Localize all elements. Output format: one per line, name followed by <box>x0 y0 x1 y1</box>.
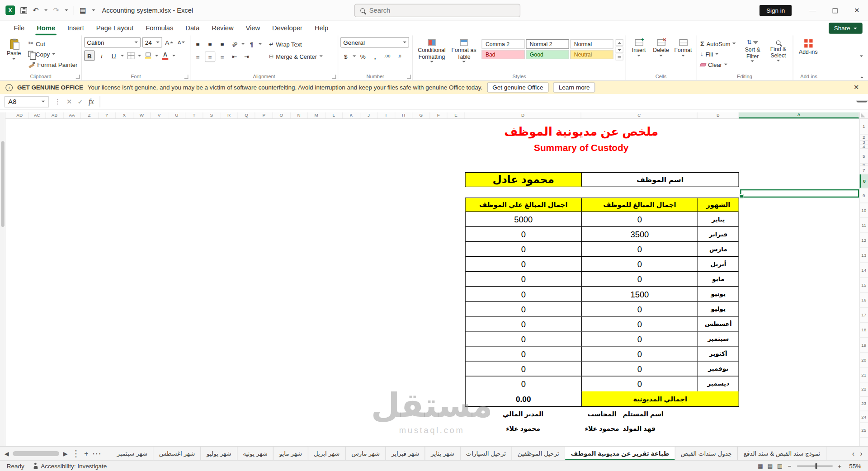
ribbon-tab[interactable]: Insert <box>61 21 90 36</box>
formula-input-area[interactable] <box>99 96 856 107</box>
sheet-tab[interactable]: شهر مايو <box>274 447 308 460</box>
column-header-d[interactable]: D <box>465 113 581 118</box>
column-header[interactable]: K <box>343 113 360 118</box>
row-header[interactable]: 24 <box>860 411 868 423</box>
month-cell[interactable]: ديسمبر <box>698 377 738 391</box>
amount-for-cell[interactable]: 3500 <box>582 227 698 241</box>
scroll-right-icon[interactable]: ▸ <box>63 448 68 458</box>
gallery-down-button[interactable] <box>616 47 623 53</box>
amount-on-cell[interactable]: 0 <box>466 331 582 346</box>
ribbon-tab[interactable]: Developer <box>266 21 309 36</box>
formula-input[interactable] <box>104 96 856 107</box>
amount-on-cell[interactable]: 0 <box>466 257 582 271</box>
row-header[interactable]: 1 <box>860 119 868 134</box>
amount-for-cell[interactable]: 0 <box>582 272 698 286</box>
save-icon[interactable] <box>20 7 27 14</box>
paragraph-direction-icon[interactable]: ¶ <box>246 39 257 49</box>
new-sheet-button[interactable]: + <box>84 449 88 457</box>
chevron-down-icon[interactable] <box>353 55 356 57</box>
cell-style-chip[interactable]: Normal <box>570 39 613 49</box>
autosum-button[interactable]: ΣAutoSum <box>698 38 739 48</box>
column-header[interactable]: J <box>360 113 378 118</box>
month-cell[interactable]: مارس <box>698 242 738 256</box>
header-months[interactable]: الشهور <box>698 198 738 211</box>
percent-style-button[interactable]: % <box>358 51 368 61</box>
cell-style-chip[interactable]: Good <box>526 50 569 59</box>
gallery-up-button[interactable] <box>616 39 623 46</box>
amount-for-cell[interactable]: 0 <box>582 212 698 226</box>
font-name-select[interactable]: Calibri <box>84 37 141 47</box>
amount-for-cell[interactable]: 0 <box>582 362 698 376</box>
number-format-select[interactable]: General <box>340 37 409 47</box>
cell-style-chip[interactable]: Comma 2 <box>481 39 525 49</box>
ribbon-tab[interactable]: Review <box>206 21 240 36</box>
amount-on-cell[interactable]: 0 <box>466 242 582 256</box>
column-header[interactable]: T <box>186 113 203 118</box>
fill-color-button[interactable] <box>143 50 153 61</box>
font-dialog-launcher-icon[interactable] <box>184 75 189 79</box>
header-amounts-for-employee[interactable]: اجمال المبالغ للموظف <box>582 198 698 211</box>
maximize-button[interactable] <box>824 0 846 21</box>
ribbon-tab[interactable]: Data <box>179 21 206 36</box>
format-cells-button[interactable]: Format <box>673 37 694 56</box>
cell-style-chip[interactable]: Bad <box>481 50 525 59</box>
column-header[interactable]: N <box>290 113 308 118</box>
underline-button[interactable]: U <box>108 50 119 61</box>
employee-name-label-cell[interactable]: اسم الموظف <box>582 173 739 187</box>
amount-on-cell[interactable]: 0 <box>466 347 582 361</box>
search-input[interactable] <box>369 7 514 14</box>
zoom-level[interactable]: 55% <box>847 462 861 469</box>
sheet-tab[interactable]: ترحيل الموظفين <box>512 447 565 460</box>
amount-for-cell[interactable]: 0 <box>582 377 698 391</box>
row-header[interactable]: 4 <box>860 145 868 149</box>
sheet-tab[interactable]: شهر يونيه <box>237 447 274 460</box>
month-cell[interactable]: نوفمبر <box>698 362 738 376</box>
sheet-tab[interactable]: شهر مارس <box>346 447 386 460</box>
month-cell[interactable]: أبريل <box>698 257 738 271</box>
total-value-cell[interactable]: 0.00 <box>466 391 582 406</box>
sheet-tab[interactable]: ترحيل السيارات <box>460 447 512 460</box>
sheet-tab[interactable]: شهر سبتمبر <box>111 447 153 460</box>
cell-style-chip[interactable]: Normal 2 <box>526 39 569 49</box>
close-warning-icon[interactable]: ✕ <box>850 84 863 91</box>
column-header-c[interactable]: C <box>581 113 698 118</box>
increase-indent-icon[interactable]: ⇥ <box>241 52 252 62</box>
normal-view-icon[interactable]: ▦ <box>758 463 763 469</box>
row-header[interactable]: 2 <box>860 135 868 141</box>
month-cell[interactable]: يونيو <box>698 287 738 301</box>
orientation-icon[interactable]: ab <box>227 37 242 52</box>
minimize-button[interactable]: — <box>802 0 824 21</box>
month-cell[interactable]: يوليو <box>698 301 738 316</box>
column-header[interactable]: AD <box>11 113 28 118</box>
column-header-a[interactable]: A <box>739 113 859 118</box>
sheet-tab[interactable]: شهر يوليو <box>201 447 237 460</box>
ribbon-tab[interactable]: File <box>8 21 31 36</box>
collapse-ribbon-icon[interactable] <box>860 76 863 78</box>
row-header[interactable]: 25 <box>860 423 868 438</box>
row-header[interactable]: 22 <box>860 382 868 397</box>
close-button[interactable]: ✕ <box>846 0 868 21</box>
column-header[interactable]: G <box>413 113 430 118</box>
format-as-table-button[interactable]: Format as Table <box>449 37 478 62</box>
accessibility-status[interactable]: Accessibility: Investigate <box>33 462 107 469</box>
clipboard-dialog-launcher-icon[interactable] <box>76 75 80 79</box>
row-header[interactable]: 18 <box>860 323 868 338</box>
clear-button[interactable]: Clear <box>698 59 739 70</box>
column-header[interactable]: H <box>395 113 413 118</box>
more-options-icon[interactable]: ⋮ <box>54 98 61 105</box>
amount-on-cell[interactable]: 0 <box>466 287 582 301</box>
column-header[interactable]: M <box>308 113 326 118</box>
column-header[interactable]: V <box>151 113 168 118</box>
chevron-down-icon[interactable] <box>172 55 175 57</box>
month-cell[interactable]: أكتوبر <box>698 347 738 361</box>
delete-cells-button[interactable]: × Delete <box>651 37 672 56</box>
column-header[interactable]: S <box>203 113 221 118</box>
shrink-font-button[interactable]: A <box>176 37 186 47</box>
sheet-tab[interactable]: شهر فبراير <box>386 447 425 460</box>
amount-on-cell[interactable]: 0 <box>466 362 582 376</box>
selected-cell-outline[interactable] <box>740 189 859 198</box>
zoom-slider[interactable] <box>797 465 832 466</box>
row-header[interactable]: 10 <box>860 203 868 218</box>
zoom-in-icon[interactable]: + <box>838 462 841 469</box>
row-header[interactable]: 3 <box>860 141 868 145</box>
